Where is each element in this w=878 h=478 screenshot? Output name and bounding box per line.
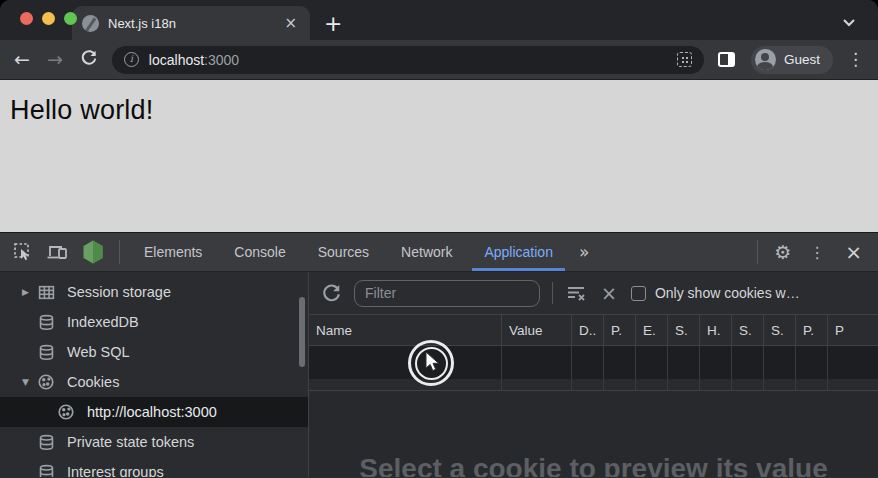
avatar-icon xyxy=(755,49,776,70)
clear-all-cookies-icon[interactable] xyxy=(565,283,587,303)
cookie-preview-pane: Select a cookie to preview its value xyxy=(309,390,878,477)
sidebar-item-cookies[interactable]: ▼ Cookies xyxy=(0,367,308,397)
column-header-expires[interactable]: E. xyxy=(636,315,668,345)
cell xyxy=(668,346,700,379)
tree-expanded-icon[interactable]: ▼ xyxy=(22,377,36,387)
side-panel-icon[interactable] xyxy=(718,52,735,67)
toolbar-divider xyxy=(757,240,758,264)
nextjs-favicon-icon xyxy=(82,15,99,32)
devtools-toolbar-right: ⚙ ⋮ × xyxy=(757,233,878,271)
column-header-samesite[interactable]: S. xyxy=(764,315,796,345)
devtools-close-icon[interactable]: × xyxy=(845,242,862,262)
close-window-button[interactable] xyxy=(20,12,33,25)
cell xyxy=(502,379,572,390)
reload-icon[interactable] xyxy=(80,49,98,70)
sidebar-item-localhost-cookies[interactable]: http://localhost:3000 xyxy=(0,397,308,427)
only-show-cookies-checkbox[interactable] xyxy=(631,286,646,301)
column-header-size[interactable]: S. xyxy=(668,315,700,345)
sidebar-item-private-state-tokens[interactable]: Private state tokens xyxy=(0,427,308,457)
cell xyxy=(732,379,764,390)
sidebar-item-indexeddb[interactable]: IndexedDB xyxy=(0,307,308,337)
cookies-table-empty-row[interactable] xyxy=(309,379,878,390)
column-header-httponly[interactable]: H. xyxy=(700,315,732,345)
table-icon xyxy=(36,282,56,302)
tree-collapsed-icon[interactable]: ▶ xyxy=(22,287,36,297)
sidebar-item-label: http://localhost:3000 xyxy=(87,404,217,420)
browser-menu-icon[interactable]: ⋮ xyxy=(847,51,864,68)
profile-button[interactable]: Guest xyxy=(751,46,833,74)
column-header-priority[interactable]: P xyxy=(828,315,878,345)
browser-tab[interactable]: Next.js i18n × xyxy=(72,6,310,40)
url-port: :3000 xyxy=(204,52,239,68)
column-header-secure[interactable]: S. xyxy=(732,315,764,345)
address-toolbar: ← → i localhost:3000 Guest ⋮ xyxy=(0,40,878,80)
minimize-window-button[interactable] xyxy=(42,12,55,25)
tab-title: Next.js i18n xyxy=(108,16,281,31)
device-toolbar-icon[interactable] xyxy=(46,242,68,262)
cell xyxy=(604,346,636,379)
filter-input[interactable] xyxy=(354,280,540,307)
cell xyxy=(732,346,764,379)
cell xyxy=(796,379,828,390)
cookie-icon xyxy=(56,402,76,422)
cookies-table-header: Name Value D.. P. E. S. H. S. S. P. P xyxy=(309,315,878,346)
column-header-domain[interactable]: D.. xyxy=(572,315,604,345)
site-info-icon[interactable]: i xyxy=(124,52,139,67)
window-controls xyxy=(20,12,77,25)
share-hub-icon[interactable] xyxy=(677,52,692,67)
url-text: localhost:3000 xyxy=(149,52,239,68)
devtools-tabs: Elements Console Sources Network Applica… xyxy=(128,233,599,271)
sidebar-item-label: Interest groups xyxy=(67,464,164,477)
zoom-window-button[interactable] xyxy=(64,12,77,25)
url-host: localhost xyxy=(149,52,204,68)
tab-network[interactable]: Network xyxy=(385,233,468,271)
cookie-preview-empty-message: Select a cookie to preview its value xyxy=(309,453,878,477)
application-sidebar: ▶ Session storage IndexedDB xyxy=(0,272,309,477)
column-header-partition[interactable]: P. xyxy=(796,315,828,345)
sidebar-item-web-sql[interactable]: Web SQL xyxy=(0,337,308,367)
delete-selected-icon[interactable]: × xyxy=(601,284,617,303)
database-icon xyxy=(36,342,56,362)
node-devtools-icon[interactable] xyxy=(81,239,105,265)
cookies-table-empty-row[interactable] xyxy=(309,346,878,379)
forward-icon[interactable]: → xyxy=(47,50,63,69)
cell xyxy=(309,379,502,390)
sidebar-item-interest-groups[interactable]: Interest groups xyxy=(0,457,308,477)
cell xyxy=(700,346,732,379)
refresh-cookies-icon[interactable] xyxy=(321,283,342,304)
tab-strip: Next.js i18n × + xyxy=(0,0,878,40)
database-icon xyxy=(36,462,56,477)
new-tab-button[interactable]: + xyxy=(324,13,342,35)
mouse-cursor-icon xyxy=(425,352,441,378)
back-icon[interactable]: ← xyxy=(14,50,30,69)
inspect-element-icon[interactable] xyxy=(13,242,33,262)
tab-close-icon[interactable]: × xyxy=(281,14,300,32)
cell xyxy=(700,379,732,390)
sidebar-item-session-storage[interactable]: ▶ Session storage xyxy=(0,277,308,307)
cell xyxy=(828,379,878,390)
cell xyxy=(572,379,604,390)
sidebar-item-label: Private state tokens xyxy=(67,434,194,450)
database-icon xyxy=(36,432,56,452)
column-header-value[interactable]: Value xyxy=(502,315,572,345)
devtools-toolbar: Elements Console Sources Network Applica… xyxy=(0,233,878,272)
only-show-cookies-label[interactable]: Only show cookies w… xyxy=(655,285,800,301)
sidebar-scrollbar[interactable] xyxy=(299,297,305,367)
cookies-toolbar: × Only show cookies w… xyxy=(309,272,878,315)
tab-elements[interactable]: Elements xyxy=(128,233,218,271)
tab-console[interactable]: Console xyxy=(218,233,301,271)
column-header-path[interactable]: P. xyxy=(604,315,636,345)
tab-sources[interactable]: Sources xyxy=(302,233,385,271)
column-header-name[interactable]: Name xyxy=(309,315,502,345)
cell xyxy=(764,379,796,390)
settings-gear-icon[interactable]: ⚙ xyxy=(774,241,791,263)
tab-application[interactable]: Application xyxy=(468,233,569,271)
sidebar-item-label: Web SQL xyxy=(67,344,130,360)
tab-search-chevron-icon[interactable] xyxy=(842,13,856,31)
cell xyxy=(796,346,828,379)
omnibox[interactable]: i localhost:3000 xyxy=(112,46,704,74)
devtools-menu-icon[interactable]: ⋮ xyxy=(809,243,825,262)
page-viewport: Hello world! xyxy=(0,80,878,232)
cell xyxy=(764,346,796,379)
more-panels-icon[interactable]: » xyxy=(569,233,599,271)
